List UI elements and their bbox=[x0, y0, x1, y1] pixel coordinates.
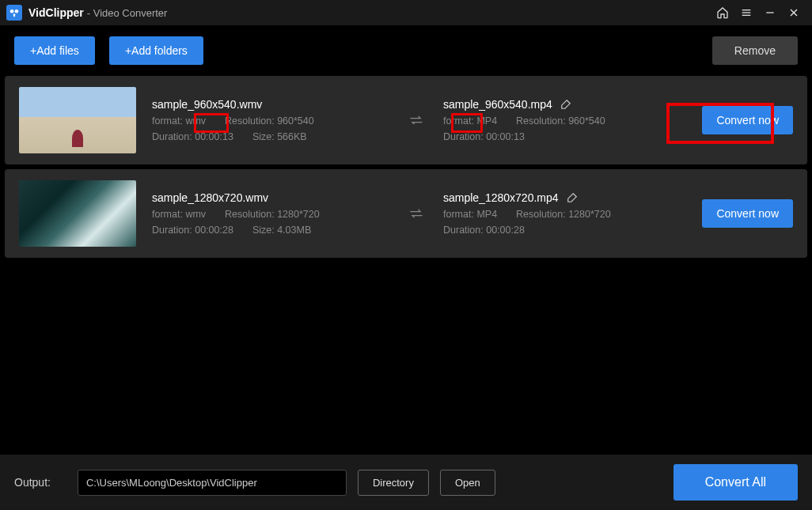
target-info: sample_960x540.mp4 format: MP4 Resolutio… bbox=[443, 98, 681, 142]
edit-icon[interactable] bbox=[567, 192, 578, 203]
source-info: sample_1280x720.wmv format: wmv Resoluti… bbox=[152, 191, 389, 236]
svg-rect-2 bbox=[13, 13, 15, 17]
app-name: VidClipper bbox=[28, 6, 84, 19]
menu-icon[interactable] bbox=[734, 1, 758, 25]
minimize-icon[interactable] bbox=[758, 1, 782, 25]
toolbar: +Add files +Add folders Remove bbox=[0, 25, 812, 76]
directory-button[interactable]: Directory bbox=[358, 470, 429, 496]
file-card: sample_960x540.wmv format: wmv Resolutio… bbox=[5, 76, 807, 164]
convert-now-button[interactable]: Convert now bbox=[702, 106, 793, 134]
remove-button[interactable]: Remove bbox=[712, 36, 798, 65]
output-label: Output: bbox=[14, 476, 51, 489]
open-button[interactable]: Open bbox=[440, 470, 495, 496]
add-folders-button[interactable]: +Add folders bbox=[109, 36, 203, 65]
edit-icon[interactable] bbox=[560, 99, 571, 110]
svg-point-0 bbox=[10, 9, 14, 13]
source-filename: sample_1280x720.wmv bbox=[152, 191, 389, 204]
video-thumbnail[interactable] bbox=[19, 87, 136, 153]
close-icon[interactable] bbox=[782, 1, 806, 25]
add-files-button[interactable]: +Add files bbox=[14, 36, 95, 65]
bottom-bar: Output: Directory Open Convert All bbox=[0, 455, 812, 510]
source-info: sample_960x540.wmv format: wmv Resolutio… bbox=[152, 98, 389, 142]
swap-icon bbox=[405, 207, 427, 220]
convert-all-button[interactable]: Convert All bbox=[674, 464, 798, 501]
convert-now-button[interactable]: Convert now bbox=[702, 199, 793, 228]
target-filename: sample_1280x720.mp4 bbox=[443, 191, 559, 204]
file-list: sample_960x540.wmv format: wmv Resolutio… bbox=[0, 76, 812, 258]
titlebar: VidClipper - Video Converter bbox=[0, 0, 812, 25]
app-subtitle: - Video Converter bbox=[87, 7, 168, 19]
file-card: sample_1280x720.wmv format: wmv Resoluti… bbox=[5, 169, 807, 258]
app-logo bbox=[6, 5, 22, 21]
home-icon[interactable] bbox=[711, 1, 734, 25]
source-filename: sample_960x540.wmv bbox=[152, 98, 389, 111]
target-info: sample_1280x720.mp4 format: MP4 Resoluti… bbox=[443, 191, 681, 236]
target-filename: sample_960x540.mp4 bbox=[443, 98, 552, 111]
output-path-input[interactable] bbox=[78, 470, 347, 496]
swap-icon bbox=[405, 114, 427, 127]
video-thumbnail[interactable] bbox=[19, 180, 136, 247]
svg-point-1 bbox=[15, 9, 19, 13]
